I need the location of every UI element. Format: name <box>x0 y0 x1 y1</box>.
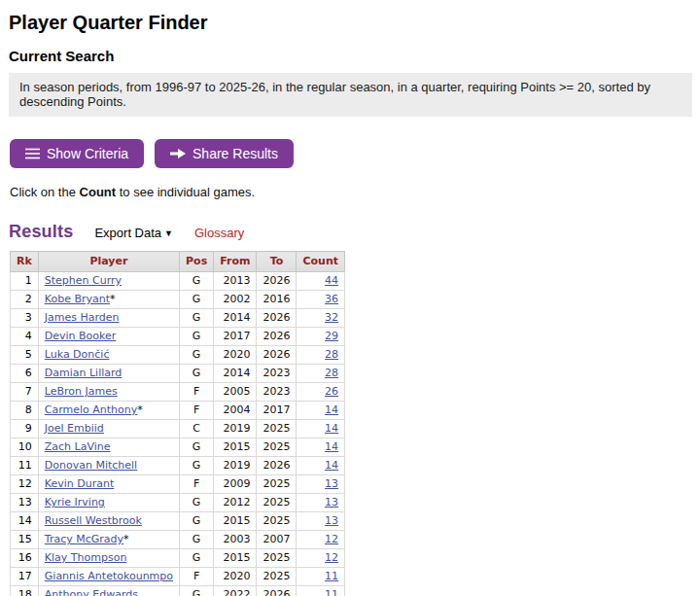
pos-cell: G <box>180 328 214 346</box>
glossary-link[interactable]: Glossary <box>194 226 244 240</box>
from-cell: 2015 <box>214 438 257 457</box>
player-link[interactable]: Stephen Curry <box>45 274 122 287</box>
player-link[interactable]: James Harden <box>45 311 120 324</box>
player-link[interactable]: Kevin Durant <box>45 477 114 490</box>
count-link[interactable]: 26 <box>325 385 338 398</box>
rank-cell: 6 <box>11 365 39 383</box>
count-link[interactable]: 44 <box>325 274 338 287</box>
pos-cell: G <box>180 272 214 291</box>
rank-cell: 8 <box>11 402 39 420</box>
rank-cell: 2 <box>11 291 39 309</box>
count-link[interactable]: 14 <box>325 459 338 472</box>
player-link[interactable]: Anthony Edwards <box>45 588 138 596</box>
from-cell: 2005 <box>214 383 257 402</box>
results-table-body: 1 Stephen Curry G 2013 2026 44 2 Kobe Br… <box>11 272 345 596</box>
rank-cell: 9 <box>11 420 39 438</box>
export-data-label: Export Data <box>94 226 161 240</box>
count-link[interactable]: 36 <box>325 293 338 305</box>
count-link[interactable]: 28 <box>325 348 338 361</box>
table-row: 6 Damian Lillard G 2014 2023 28 <box>11 365 345 383</box>
table-row: 11 Donovan Mitchell G 2019 2026 14 <box>11 457 345 475</box>
count-cell: 44 <box>297 272 345 291</box>
player-link[interactable]: Luka Dončić <box>45 348 110 361</box>
col-header-count: Count <box>297 252 345 272</box>
player-link[interactable]: Joel Embiid <box>45 422 104 435</box>
count-link[interactable]: 29 <box>325 330 338 342</box>
count-link[interactable]: 28 <box>325 367 338 379</box>
share-arrow-icon <box>170 148 186 159</box>
player-link[interactable]: Klay Thompson <box>45 551 127 564</box>
player-link[interactable]: Devin Booker <box>45 330 117 342</box>
count-cell: 14 <box>297 402 345 420</box>
count-cell: 11 <box>297 586 345 596</box>
player-cell: Zach LaVine <box>38 438 179 457</box>
player-link[interactable]: Russell Westbrook <box>45 514 142 527</box>
player-cell: Giannis Antetokounmpo <box>38 568 179 586</box>
count-cell: 12 <box>297 531 345 549</box>
table-row: 14 Russell Westbrook G 2015 2025 13 <box>11 512 345 531</box>
page-title: Player Quarter Finder <box>9 12 692 34</box>
results-bar: Results Export Data▼ Glossary <box>9 222 692 242</box>
count-link[interactable]: 12 <box>325 551 338 564</box>
pos-cell: F <box>180 568 214 586</box>
table-row: 7 LeBron James F 2005 2023 26 <box>11 383 345 402</box>
player-link[interactable]: Donovan Mitchell <box>45 459 137 472</box>
current-search-heading: Current Search <box>9 48 692 64</box>
share-results-button[interactable]: Share Results <box>155 139 294 168</box>
results-table: Rk Player Pos From To Count 1 Stephen Cu… <box>10 251 345 596</box>
player-link[interactable]: Tracy McGrady <box>45 533 123 545</box>
count-note-bold: Count <box>80 185 117 199</box>
count-cell: 13 <box>297 494 345 512</box>
rank-cell: 14 <box>11 512 39 531</box>
count-note-prefix: Click on the <box>10 185 80 199</box>
player-link[interactable]: LeBron James <box>45 385 118 398</box>
to-cell: 2025 <box>257 475 297 494</box>
player-cell: Carmelo Anthony* <box>38 402 179 420</box>
player-cell: Joel Embiid <box>38 420 179 438</box>
to-cell: 2026 <box>257 328 297 346</box>
count-link[interactable]: 11 <box>325 588 338 596</box>
table-row: 5 Luka Dončić G 2020 2026 28 <box>11 346 345 365</box>
to-cell: 2017 <box>257 402 297 420</box>
count-link[interactable]: 11 <box>325 570 338 582</box>
count-link[interactable]: 32 <box>325 311 338 324</box>
player-link[interactable]: Zach LaVine <box>45 440 111 453</box>
player-link[interactable]: Carmelo Anthony <box>45 403 138 416</box>
count-cell: 14 <box>297 438 345 457</box>
from-cell: 2013 <box>214 272 257 291</box>
col-header-from: From <box>214 252 257 272</box>
player-cell: Kevin Durant <box>38 475 179 494</box>
hof-asterisk: * <box>110 293 116 305</box>
player-cell: Tracy McGrady* <box>38 531 179 549</box>
col-header-to: To <box>257 252 297 272</box>
export-data-dropdown[interactable]: Export Data▼ <box>94 226 173 240</box>
count-link[interactable]: 13 <box>325 514 338 527</box>
count-link[interactable]: 14 <box>325 403 338 416</box>
pos-cell: F <box>180 383 214 402</box>
player-cell: Stephen Curry <box>38 272 179 291</box>
col-header-player: Player <box>38 252 179 272</box>
count-link[interactable]: 13 <box>325 477 338 490</box>
player-cell: LeBron James <box>38 383 179 402</box>
rank-cell: 15 <box>11 531 39 549</box>
from-cell: 2015 <box>214 512 257 531</box>
show-criteria-button[interactable]: Show Criteria <box>10 139 144 168</box>
count-link[interactable]: 12 <box>325 533 338 545</box>
hof-asterisk: * <box>123 533 129 545</box>
from-cell: 2004 <box>214 402 257 420</box>
player-link[interactable]: Kyrie Irving <box>45 496 105 508</box>
player-link[interactable]: Damian Lillard <box>45 367 122 379</box>
page-root: Player Quarter Finder Current Search In … <box>0 0 700 596</box>
from-cell: 2012 <box>214 494 257 512</box>
to-cell: 2016 <box>257 291 297 309</box>
count-link[interactable]: 14 <box>325 440 338 453</box>
count-link[interactable]: 13 <box>325 496 338 508</box>
count-link[interactable]: 14 <box>325 422 338 435</box>
to-cell: 2025 <box>257 438 297 457</box>
pos-cell: G <box>180 457 214 475</box>
player-link[interactable]: Giannis Antetokounmpo <box>45 570 173 582</box>
rank-cell: 10 <box>11 438 39 457</box>
player-link[interactable]: Kobe Bryant <box>45 293 110 305</box>
count-cell: 11 <box>297 568 345 586</box>
pos-cell: G <box>180 346 214 365</box>
